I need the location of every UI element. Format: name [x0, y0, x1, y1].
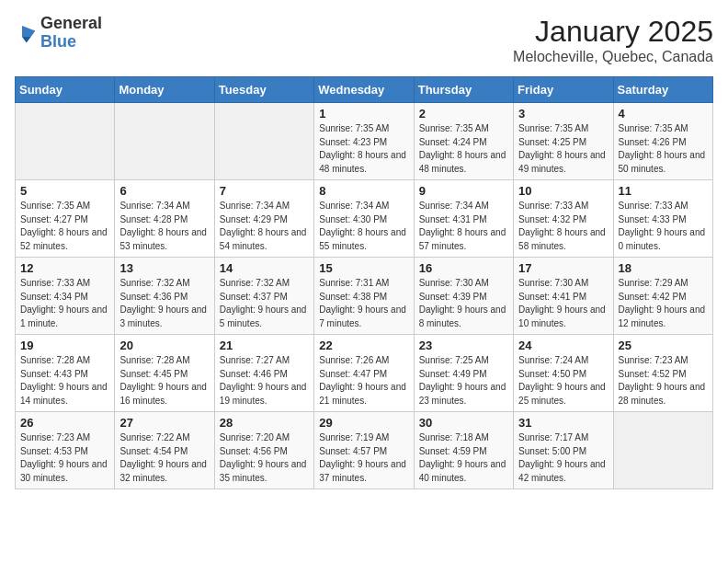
day-number: 20: [119, 339, 209, 352]
day-info: Sunrise: 7:22 AM Sunset: 4:54 PM Dayligh…: [119, 431, 209, 485]
calendar-cell: 7Sunrise: 7:34 AM Sunset: 4:29 PM Daylig…: [214, 180, 313, 258]
day-number: 1: [319, 107, 408, 121]
day-info: Sunrise: 7:35 AM Sunset: 4:25 PM Dayligh…: [518, 122, 608, 176]
page-header: General Blue January 2025 Melocheville, …: [15, 15, 713, 65]
calendar-cell: 28Sunrise: 7:20 AM Sunset: 4:56 PM Dayli…: [214, 412, 313, 489]
calendar-cell: [613, 412, 712, 489]
logo-general-text: General: [40, 15, 102, 33]
day-number: 22: [319, 339, 408, 352]
calendar-cell: 1Sunrise: 7:35 AM Sunset: 4:23 PM Daylig…: [314, 103, 414, 180]
calendar-cell: [214, 103, 313, 180]
day-info: Sunrise: 7:20 AM Sunset: 4:56 PM Dayligh…: [220, 431, 309, 485]
day-info: Sunrise: 7:25 AM Sunset: 4:49 PM Dayligh…: [419, 354, 508, 408]
logo-text: General Blue: [40, 15, 102, 52]
calendar-cell: 27Sunrise: 7:22 AM Sunset: 4:54 PM Dayli…: [115, 412, 214, 489]
day-number: 27: [119, 416, 209, 430]
day-number: 13: [119, 261, 209, 275]
day-number: 25: [619, 339, 708, 352]
day-info: Sunrise: 7:18 AM Sunset: 4:59 PM Dayligh…: [419, 431, 508, 485]
day-number: 17: [518, 261, 608, 275]
day-info: Sunrise: 7:19 AM Sunset: 4:57 PM Dayligh…: [319, 431, 408, 485]
calendar-cell: 25Sunrise: 7:23 AM Sunset: 4:52 PM Dayli…: [613, 335, 712, 412]
weekday-header-tuesday: Tuesday: [214, 77, 313, 103]
day-number: 7: [220, 184, 309, 198]
day-number: 9: [419, 184, 508, 198]
calendar-cell: 13Sunrise: 7:32 AM Sunset: 4:36 PM Dayli…: [115, 258, 214, 335]
day-info: Sunrise: 7:28 AM Sunset: 4:45 PM Dayligh…: [119, 354, 209, 408]
day-info: Sunrise: 7:34 AM Sunset: 4:29 PM Dayligh…: [220, 200, 309, 253]
day-number: 19: [20, 339, 109, 352]
logo: General Blue: [15, 15, 102, 52]
day-number: 11: [619, 184, 708, 198]
logo-icon: [15, 22, 37, 44]
calendar-cell: 20Sunrise: 7:28 AM Sunset: 4:45 PM Dayli…: [115, 335, 214, 412]
day-number: 28: [220, 416, 309, 430]
day-info: Sunrise: 7:27 AM Sunset: 4:46 PM Dayligh…: [220, 354, 309, 408]
calendar-cell: 29Sunrise: 7:19 AM Sunset: 4:57 PM Dayli…: [314, 412, 414, 489]
calendar-cell: 5Sunrise: 7:35 AM Sunset: 4:27 PM Daylig…: [16, 180, 115, 258]
day-info: Sunrise: 7:32 AM Sunset: 4:36 PM Dayligh…: [119, 277, 209, 330]
calendar-cell: 16Sunrise: 7:30 AM Sunset: 4:39 PM Dayli…: [414, 258, 513, 335]
calendar-cell: 6Sunrise: 7:34 AM Sunset: 4:28 PM Daylig…: [115, 180, 214, 258]
weekday-header-wednesday: Wednesday: [314, 77, 414, 103]
calendar-cell: 15Sunrise: 7:31 AM Sunset: 4:38 PM Dayli…: [314, 258, 414, 335]
day-number: 6: [119, 184, 209, 198]
calendar-cell: 18Sunrise: 7:29 AM Sunset: 4:42 PM Dayli…: [613, 258, 712, 335]
calendar-cell: 10Sunrise: 7:33 AM Sunset: 4:32 PM Dayli…: [514, 180, 613, 258]
day-number: 5: [20, 184, 109, 198]
day-number: 15: [319, 261, 408, 275]
day-number: 18: [619, 261, 708, 275]
day-info: Sunrise: 7:31 AM Sunset: 4:38 PM Dayligh…: [319, 277, 408, 330]
calendar-cell: 12Sunrise: 7:33 AM Sunset: 4:34 PM Dayli…: [16, 258, 115, 335]
day-info: Sunrise: 7:23 AM Sunset: 4:53 PM Dayligh…: [20, 431, 109, 485]
weekday-header-saturday: Saturday: [613, 77, 712, 103]
weekday-header-friday: Friday: [514, 77, 613, 103]
day-info: Sunrise: 7:35 AM Sunset: 4:24 PM Dayligh…: [419, 122, 508, 176]
day-info: Sunrise: 7:35 AM Sunset: 4:26 PM Dayligh…: [619, 122, 708, 176]
logo-blue-text: Blue: [40, 33, 102, 52]
calendar-week-4: 19Sunrise: 7:28 AM Sunset: 4:43 PM Dayli…: [16, 335, 713, 412]
calendar-cell: 17Sunrise: 7:30 AM Sunset: 4:41 PM Dayli…: [514, 258, 613, 335]
day-number: 31: [518, 416, 608, 430]
day-number: 16: [419, 261, 508, 275]
day-number: 24: [518, 339, 608, 352]
day-number: 30: [419, 416, 508, 430]
day-info: Sunrise: 7:33 AM Sunset: 4:33 PM Dayligh…: [619, 200, 708, 253]
calendar-cell: 8Sunrise: 7:34 AM Sunset: 4:30 PM Daylig…: [314, 180, 414, 258]
weekday-header-monday: Monday: [115, 77, 214, 103]
calendar-week-3: 12Sunrise: 7:33 AM Sunset: 4:34 PM Dayli…: [16, 258, 713, 335]
day-info: Sunrise: 7:35 AM Sunset: 4:27 PM Dayligh…: [20, 200, 109, 253]
calendar-cell: 26Sunrise: 7:23 AM Sunset: 4:53 PM Dayli…: [16, 412, 115, 489]
day-info: Sunrise: 7:33 AM Sunset: 4:32 PM Dayligh…: [518, 200, 608, 253]
location-title: Melocheville, Quebec, Canada: [513, 49, 713, 65]
calendar-cell: [16, 103, 115, 180]
calendar-week-1: 1Sunrise: 7:35 AM Sunset: 4:23 PM Daylig…: [16, 103, 713, 180]
day-number: 29: [319, 416, 408, 430]
calendar-cell: 2Sunrise: 7:35 AM Sunset: 4:24 PM Daylig…: [414, 103, 513, 180]
calendar-cell: 9Sunrise: 7:34 AM Sunset: 4:31 PM Daylig…: [414, 180, 513, 258]
calendar-cell: 3Sunrise: 7:35 AM Sunset: 4:25 PM Daylig…: [514, 103, 613, 180]
day-info: Sunrise: 7:30 AM Sunset: 4:41 PM Dayligh…: [518, 277, 608, 330]
svg-marker-0: [22, 26, 35, 37]
day-info: Sunrise: 7:23 AM Sunset: 4:52 PM Dayligh…: [619, 354, 708, 408]
day-number: 4: [619, 107, 708, 121]
day-info: Sunrise: 7:33 AM Sunset: 4:34 PM Dayligh…: [20, 277, 109, 330]
day-number: 23: [419, 339, 508, 352]
day-info: Sunrise: 7:34 AM Sunset: 4:28 PM Dayligh…: [119, 200, 209, 253]
day-info: Sunrise: 7:29 AM Sunset: 4:42 PM Dayligh…: [619, 277, 708, 330]
calendar-cell: 31Sunrise: 7:17 AM Sunset: 5:00 PM Dayli…: [514, 412, 613, 489]
calendar-cell: 19Sunrise: 7:28 AM Sunset: 4:43 PM Dayli…: [16, 335, 115, 412]
day-info: Sunrise: 7:30 AM Sunset: 4:39 PM Dayligh…: [419, 277, 508, 330]
day-number: 10: [518, 184, 608, 198]
day-number: 26: [20, 416, 109, 430]
day-number: 21: [220, 339, 309, 352]
svg-marker-1: [22, 37, 31, 42]
day-info: Sunrise: 7:17 AM Sunset: 5:00 PM Dayligh…: [518, 431, 608, 485]
day-info: Sunrise: 7:32 AM Sunset: 4:37 PM Dayligh…: [220, 277, 309, 330]
day-info: Sunrise: 7:34 AM Sunset: 4:30 PM Dayligh…: [319, 200, 408, 253]
title-block: January 2025 Melocheville, Quebec, Canad…: [513, 15, 713, 65]
calendar-week-2: 5Sunrise: 7:35 AM Sunset: 4:27 PM Daylig…: [16, 180, 713, 258]
calendar-cell: 21Sunrise: 7:27 AM Sunset: 4:46 PM Dayli…: [214, 335, 313, 412]
calendar-cell: 14Sunrise: 7:32 AM Sunset: 4:37 PM Dayli…: [214, 258, 313, 335]
day-number: 12: [20, 261, 109, 275]
